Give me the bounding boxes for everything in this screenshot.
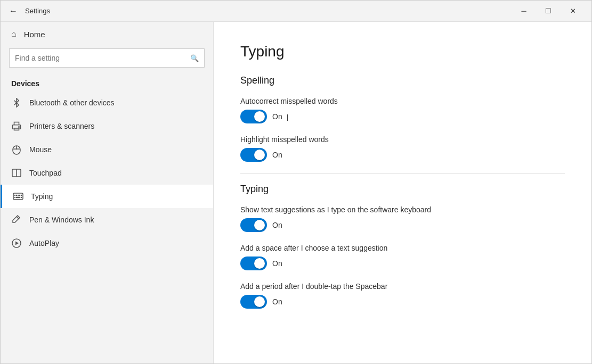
section-divider [240,173,565,174]
printer-icon [11,121,22,131]
sidebar-label-bluetooth: Bluetooth & other devices [29,98,115,107]
sidebar-label-pen: Pen & Windows Ink [29,216,94,224]
cursor-indicator: | [287,113,288,121]
search-icon: 🔍 [190,54,199,62]
autocorrect-label: Autocorrect misspelled words [240,97,565,105]
add-space-toggle-knob [254,258,265,269]
svg-point-2 [19,127,20,128]
keyboard-icon [13,191,23,202]
autoplay-icon [11,238,22,249]
sidebar-item-mouse[interactable]: Mouse [1,138,213,161]
sidebar-item-home[interactable]: ⌂ Home [1,22,213,46]
text-suggestions-toggle-row: On [240,218,565,232]
autocorrect-state: On [272,112,282,121]
sidebar-label-mouse: Mouse [29,145,52,154]
sidebar-home-label: Home [24,30,45,39]
autocorrect-toggle[interactable] [240,110,267,123]
text-suggestions-label: Show text suggestions as I type on the s… [240,205,565,214]
mouse-icon [11,144,22,155]
text-suggestions-setting: Show text suggestions as I type on the s… [240,205,565,232]
svg-marker-19 [15,242,19,245]
sidebar-item-pen[interactable]: Pen & Windows Ink [1,208,213,231]
sidebar-label-printers: Printers & scanners [29,122,94,130]
spelling-section-title: Spelling [240,75,565,86]
highlight-label: Highlight misspelled words [240,135,565,144]
titlebar-title: Settings [25,7,50,15]
window-controls: ─ ☐ ✕ [512,1,585,22]
minimize-button[interactable]: ─ [512,1,536,22]
content-area: Typing Spelling Autocorrect misspelled w… [214,22,591,363]
search-container: 🔍 [1,46,213,74]
page-title: Typing [240,43,565,60]
sidebar: ⌂ Home 🔍 Devices Bluetooth & other devic… [1,22,214,363]
highlight-toggle-row: On [240,148,565,162]
autocorrect-setting: Autocorrect misspelled words On | [240,97,565,123]
add-space-label: Add a space after I choose a text sugges… [240,244,565,252]
main-area: ⌂ Home 🔍 Devices Bluetooth & other devic… [1,22,591,363]
highlight-state: On [272,151,282,159]
titlebar: ← Settings ─ ☐ ✕ [1,1,591,22]
add-space-toggle[interactable] [240,257,267,270]
pen-icon [11,214,22,225]
search-input[interactable] [15,54,190,62]
highlight-setting: Highlight misspelled words On [240,135,565,162]
autocorrect-toggle-row: On | [240,110,565,123]
add-period-state: On [272,297,282,306]
text-suggestions-toggle-knob [254,220,265,230]
sidebar-label-autoplay: AutoPlay [29,239,59,247]
sidebar-item-bluetooth[interactable]: Bluetooth & other devices [1,91,213,114]
add-period-toggle-knob [254,296,265,307]
bluetooth-icon [11,97,22,108]
sidebar-item-touchpad[interactable]: Touchpad [1,161,213,185]
svg-line-17 [17,217,19,219]
sidebar-label-typing: Typing [31,192,53,201]
add-period-setting: Add a period after I double-tap the Spac… [240,282,565,309]
add-space-state: On [272,259,282,268]
home-icon: ⌂ [11,29,17,39]
touchpad-icon [11,168,22,178]
highlight-toggle[interactable] [240,148,267,162]
sidebar-item-typing[interactable]: Typing [1,185,213,208]
maximize-button[interactable]: ☐ [536,1,561,22]
text-suggestions-state: On [272,221,282,229]
sidebar-label-touchpad: Touchpad [29,169,62,177]
add-space-setting: Add a space after I choose a text sugges… [240,244,565,270]
sidebar-section-header: Devices [1,74,213,91]
add-space-toggle-row: On [240,257,565,270]
close-button[interactable]: ✕ [561,1,585,22]
add-period-toggle-row: On [240,295,565,309]
sidebar-item-printers[interactable]: Printers & scanners [1,114,213,138]
search-box[interactable]: 🔍 [9,48,205,68]
autocorrect-toggle-knob [254,111,265,122]
highlight-toggle-knob [254,150,265,160]
text-suggestions-toggle[interactable] [240,218,267,232]
svg-rect-8 [13,193,23,200]
typing-section-title: Typing [240,184,565,195]
back-button[interactable]: ← [7,5,20,18]
add-period-label: Add a period after I double-tap the Spac… [240,282,565,291]
add-period-toggle[interactable] [240,295,267,309]
sidebar-item-autoplay[interactable]: AutoPlay [1,231,213,255]
